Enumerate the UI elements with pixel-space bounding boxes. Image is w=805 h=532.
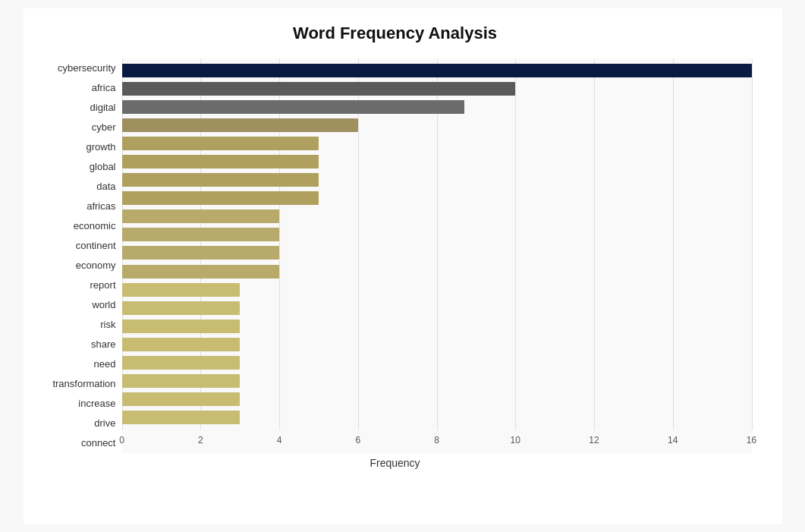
bar (122, 374, 241, 388)
bar-row (122, 172, 752, 188)
x-tick: 16 (747, 435, 756, 445)
bar (122, 100, 464, 114)
bar (122, 82, 516, 96)
bar-row (122, 263, 752, 280)
bar-row (122, 135, 752, 152)
y-label: connect (81, 434, 116, 452)
bar-row (122, 190, 752, 206)
y-label: need (94, 355, 116, 373)
x-axis-label: Frequency (39, 453, 752, 469)
y-label: increase (78, 395, 115, 413)
y-label: cyber (92, 118, 116, 137)
y-label: growth (86, 138, 115, 156)
bar-row (122, 117, 752, 134)
plot-area: 0246810121416 (122, 58, 752, 453)
bar (122, 301, 241, 315)
chart-body: cybersecurityafricadigitalcybergrowthglo… (39, 58, 752, 453)
bar (122, 392, 241, 406)
x-tick: 10 (511, 435, 520, 445)
y-label: data (96, 178, 115, 196)
bar (122, 209, 280, 223)
x-tick: 2 (198, 435, 203, 445)
bar-row (122, 282, 752, 298)
bar (122, 320, 241, 333)
bar-row (122, 336, 752, 353)
y-label: economic (74, 217, 116, 235)
bar-row (122, 300, 752, 316)
y-label: drive (94, 414, 115, 433)
y-label: africas (86, 197, 115, 216)
bar (122, 338, 241, 351)
chart-container: Word Frequency Analysis cybersecurityafr… (24, 8, 782, 524)
x-tick: 8 (434, 435, 439, 445)
bar-row (122, 153, 752, 170)
bar (122, 228, 280, 241)
bar (122, 265, 280, 279)
x-tick: 14 (668, 435, 678, 445)
y-label: transformation (52, 375, 115, 393)
bar (122, 411, 241, 424)
bar (122, 118, 358, 132)
chart-title: Word Frequency Analysis (39, 24, 752, 43)
bar-row (122, 318, 752, 335)
bar (122, 64, 752, 77)
y-label: share (91, 335, 116, 354)
bar-row (122, 226, 752, 243)
bar (122, 246, 280, 260)
bar-row (122, 354, 752, 371)
bar-row (122, 373, 752, 389)
bar-row (122, 391, 752, 408)
y-label: africa (92, 79, 116, 97)
bar (122, 137, 319, 150)
y-label: continent (76, 237, 116, 255)
x-tick: 0 (119, 435, 124, 445)
bar (122, 283, 241, 297)
bars-container (122, 58, 752, 430)
bar (122, 191, 319, 205)
x-tick: 12 (589, 435, 599, 445)
bar-row (122, 244, 752, 261)
y-label: world (92, 296, 115, 314)
x-tick: 6 (355, 435, 360, 445)
y-label: digital (90, 99, 116, 117)
bar (122, 356, 241, 370)
bar (122, 173, 319, 187)
bar-row (122, 99, 752, 115)
bar-row (122, 208, 752, 225)
bar-row (122, 409, 752, 426)
y-label: cybersecurity (58, 59, 116, 77)
bar-row (122, 62, 752, 79)
y-label: risk (100, 316, 115, 334)
bar-row (122, 80, 752, 97)
y-label: report (90, 276, 116, 294)
x-tick: 4 (277, 435, 282, 445)
x-axis: 0246810121416 (122, 430, 752, 453)
grid-line (752, 58, 753, 430)
y-axis: cybersecurityafricadigitalcybergrowthglo… (39, 58, 122, 453)
bar (122, 155, 319, 168)
y-label: global (90, 158, 116, 176)
y-label: economy (76, 257, 116, 275)
